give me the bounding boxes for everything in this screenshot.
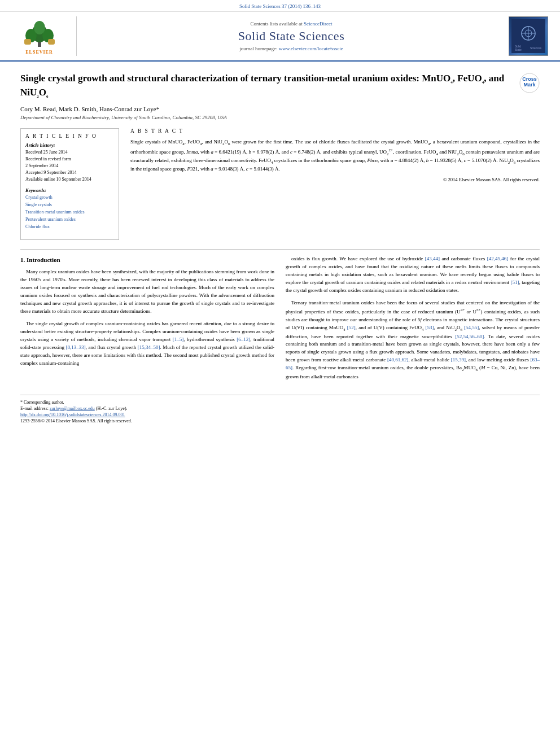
svg-rect-6	[48, 39, 55, 45]
section-divider	[20, 249, 540, 250]
svg-text:State: State	[515, 48, 522, 51]
ref-53[interactable]: [53]	[426, 325, 434, 330]
cover-placeholder: Solid State Sciences	[509, 16, 548, 56]
article-info-box: A R T I C L E I N F O Article history: R…	[20, 128, 119, 240]
keyword-3[interactable]: Transition-metal uranium oxides	[25, 209, 114, 216]
svg-text:Mark: Mark	[523, 82, 536, 88]
keyword-1[interactable]: Crystal growth	[25, 194, 114, 202]
affiliation: Department of Chemistry and Biochemistry…	[20, 115, 540, 120]
svg-rect-5	[24, 39, 31, 45]
intro-para2: The single crystal growth of complex ura…	[20, 320, 274, 368]
elsevier-tree-icon	[20, 18, 59, 49]
ref-42-46[interactable]: [42,45,46]	[487, 256, 509, 261]
accepted-date: Accepted 9 September 2014	[25, 169, 114, 176]
svg-point-4	[34, 21, 45, 34]
journal-top-bar: Solid State Sciences 37 (2014) 136–143	[0, 0, 560, 12]
intro-para1: Many complex uranium oxides have been sy…	[20, 268, 274, 316]
article-info-abstract-section: A R T I C L E I N F O Article history: R…	[20, 128, 540, 240]
authors: Cory M. Read, Mark D. Smith, Hans-Conrad…	[20, 106, 540, 112]
article-title-section: Single crystal growth and structural cha…	[20, 72, 540, 100]
homepage-link[interactable]: www.elsevier.com/locate/ssscie	[279, 46, 343, 51]
ref-51[interactable]: [51]	[510, 279, 519, 285]
abstract-col: A B S T R A C T Single crystals of MnUO4…	[130, 128, 540, 240]
article-info-col: A R T I C L E I N F O Article history: R…	[20, 128, 119, 240]
intro-para3: oxides is flux growth. We have explored …	[286, 255, 540, 295]
body-right-col: oxides is flux growth. We have explored …	[286, 255, 540, 385]
journal-cover: Solid State Sciences	[506, 16, 551, 56]
article-info-title: A R T I C L E I N F O	[25, 133, 114, 139]
ref-1-5[interactable]: [1–5]	[173, 337, 184, 342]
history-block: Article history: Received 25 June 2014 R…	[25, 142, 114, 183]
intro-para4: Ternary transition-metal uranium oxides …	[286, 299, 540, 381]
received-date: Received 25 June 2014	[25, 149, 114, 156]
ref-15-50[interactable]: [15,34–50]	[138, 344, 160, 350]
ref-6-12[interactable]: [6–12]	[237, 337, 250, 342]
footnote-area: * Corresponding author. E-mail address: …	[20, 395, 540, 423]
svg-text:Cross: Cross	[522, 76, 537, 82]
ref-63-65[interactable]: [63–65]	[286, 357, 540, 370]
body-content: 1. Introduction Many complex uranium oxi…	[20, 255, 540, 385]
svg-text:Sciences: Sciences	[530, 46, 542, 50]
page: Solid State Sciences 37 (2014) 136–143 E…	[0, 0, 560, 747]
doi-link[interactable]: http://dx.doi.org/10.1016/j.solidstatesc…	[20, 412, 125, 417]
history-label: Article history:	[25, 142, 114, 148]
journal-title: Solid State Sciences	[238, 29, 344, 43]
keyword-2[interactable]: Single crystals	[25, 202, 114, 209]
journal-header: ELSEVIER Contents lists available at Sci…	[0, 12, 560, 62]
article-title: Single crystal growth and structural cha…	[20, 72, 513, 100]
journal-center: Contents lists available at ScienceDirec…	[84, 16, 499, 56]
homepage-line: journal homepage: www.elsevier.com/locat…	[239, 46, 343, 51]
journal-citation: Solid State Sciences 37 (2014) 136–143	[239, 3, 321, 9]
received-revised-date: 2 September 2014	[25, 163, 114, 169]
available-online: Available online 10 September 2014	[25, 176, 114, 183]
main-content: Single crystal growth and structural cha…	[0, 62, 560, 435]
ref-8-33[interactable]: [8,13–33]	[66, 344, 86, 350]
issn-line: 1293-2558/© 2014 Elsevier Masson SAS. Al…	[20, 418, 540, 423]
email-link[interactable]: zurloye@mailbox.sc.edu	[50, 406, 95, 411]
keywords-block: Keywords: Crystal growth Single crystals…	[25, 187, 114, 230]
doi-line: http://dx.doi.org/10.1016/j.solidstatesc…	[20, 412, 540, 417]
corresponding-author: * Corresponding author.	[20, 400, 540, 405]
intro-heading: 1. Introduction	[20, 255, 274, 265]
ref-52[interactable]: [52]	[347, 325, 356, 330]
crossmark-icon[interactable]: Cross Mark	[519, 73, 540, 93]
cover-image-icon: Solid State Sciences	[511, 19, 545, 53]
abstract-title: A B S T R A C T	[130, 128, 540, 134]
keywords-label: Keywords:	[25, 187, 114, 193]
email-line: E-mail address: zurloye@mailbox.sc.edu (…	[20, 406, 540, 411]
keyword-4[interactable]: Pentavalent uranium oxides	[25, 216, 114, 224]
abstract-copyright: © 2014 Elsevier Masson SAS. All rights r…	[130, 177, 540, 182]
elsevier-brand-text: ELSEVIER	[25, 50, 53, 55]
abstract-text: Single crystals of MnUO4, FeUO4, and NiU…	[130, 138, 540, 173]
body-left-col: 1. Introduction Many complex uranium oxi…	[20, 255, 274, 385]
contents-line: Contents lists available at ScienceDirec…	[251, 21, 333, 27]
keyword-5[interactable]: Chloride flux	[25, 224, 114, 231]
ref-40-62[interactable]: [40,61,62]	[387, 357, 409, 362]
sciencedirect-link[interactable]: ScienceDirect	[304, 21, 332, 27]
ref-52-60[interactable]: [52,54,56–60]	[455, 334, 484, 339]
ref-43-44[interactable]: [43,44]	[425, 256, 440, 261]
ref-15-39[interactable]: [15,39]	[451, 357, 466, 362]
elsevier-logo: ELSEVIER	[9, 16, 77, 56]
received-revised-label: Received in revised form	[25, 156, 114, 163]
ref-54-55[interactable]: [54,55]	[464, 325, 479, 330]
